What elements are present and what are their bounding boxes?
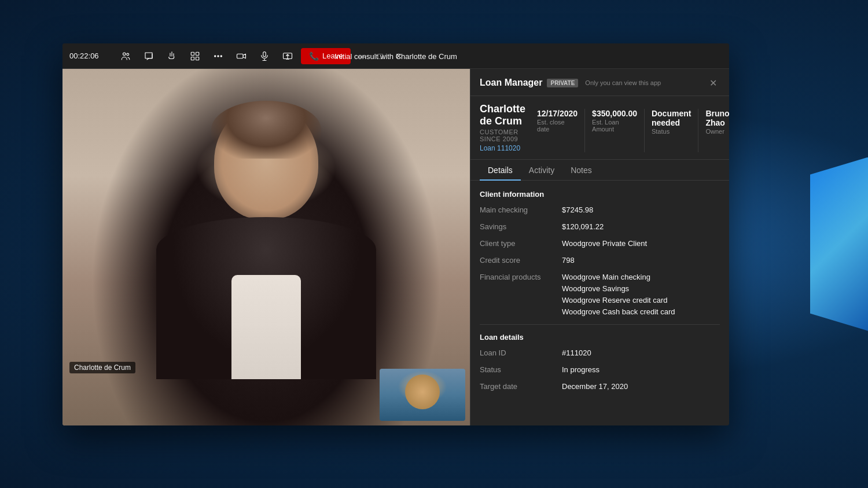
loan-id-row: Loan ID #111020 <box>480 348 720 357</box>
svg-rect-2 <box>191 52 194 55</box>
meta-loan-amount: $350,000.00 Est. Loan Amount <box>592 109 645 152</box>
more-icon <box>213 51 223 61</box>
owner-value: Bruno Zhao <box>705 109 729 127</box>
chat-button[interactable] <box>139 46 159 66</box>
target-date-row: Target date December 17, 2020 <box>480 382 720 391</box>
people-button[interactable] <box>116 46 135 66</box>
svg-rect-10 <box>263 52 266 56</box>
camera-icon <box>236 51 247 61</box>
svg-point-1 <box>127 53 129 56</box>
svg-point-7 <box>218 55 219 56</box>
panel-subtitle: Only you can view this app <box>585 79 661 86</box>
leave-label: Leave <box>322 52 343 60</box>
panel-tabs: Details Activity Notes <box>470 160 729 181</box>
loan-manager-panel: Loan Manager PRIVATE Only you can view t… <box>470 69 729 425</box>
private-badge: PRIVATE <box>547 79 578 87</box>
camera-button[interactable] <box>231 46 251 66</box>
client-info-section-title: Client information <box>480 190 720 199</box>
maximize-button[interactable]: □ <box>373 49 388 64</box>
desktop-accent-shape <box>810 157 868 331</box>
svg-point-0 <box>123 53 126 56</box>
svg-rect-5 <box>196 57 199 60</box>
financial-products-values: Woodgrove Main checking Woodgrove Saving… <box>562 273 675 316</box>
more-options-button[interactable] <box>208 46 228 66</box>
credit-score-value: 798 <box>562 256 575 265</box>
financial-product-1: Woodgrove Main checking <box>562 273 675 281</box>
window-close-button[interactable]: ✕ <box>391 49 406 64</box>
video-person-hair <box>211 101 321 159</box>
customer-info-bar: Charlotte de Crum CUSTOMER SINCE 2009 Lo… <box>470 96 729 160</box>
apps-button[interactable] <box>185 46 205 66</box>
people-icon <box>120 51 131 61</box>
client-type-row: Client type Woodgrove Private Client <box>480 239 720 248</box>
apps-icon <box>190 51 200 61</box>
financial-products-row: Financial products Woodgrove Main checki… <box>480 273 720 316</box>
title-bar: 00:22:06 <box>62 43 729 69</box>
pip-video-feed <box>380 369 465 421</box>
customer-meta: 12/17/2020 Est. close date $350,000.00 E… <box>537 109 729 152</box>
tab-notes[interactable]: Notes <box>562 160 600 181</box>
tab-activity[interactable]: Activity <box>521 160 562 181</box>
svg-point-8 <box>220 55 222 56</box>
target-date-label: Target date <box>480 382 555 391</box>
svg-rect-3 <box>196 52 199 55</box>
loan-amount-label: Est. Loan Amount <box>592 119 637 133</box>
content-area: Charlotte de Crum Loan Manager PRIVATE O… <box>62 69 729 425</box>
main-checking-label: Main checking <box>480 206 555 214</box>
loan-status-label: Status <box>480 365 555 374</box>
panel-close-button[interactable]: ✕ <box>706 76 720 90</box>
mic-button[interactable] <box>255 46 274 66</box>
financial-products-label: Financial products <box>480 273 555 316</box>
loan-id-link[interactable]: Loan 111020 <box>480 144 525 152</box>
close-date-value: 12/17/2020 <box>537 109 578 118</box>
customer-since: CUSTOMER SINCE 2009 <box>480 129 525 142</box>
teams-window: 00:22:06 <box>62 43 729 425</box>
meta-close-date: 12/17/2020 Est. close date <box>537 109 585 152</box>
pip-video <box>380 369 465 421</box>
client-type-label: Client type <box>480 239 555 248</box>
mic-icon <box>259 51 270 61</box>
close-date-label: Est. close date <box>537 119 578 133</box>
section-divider <box>480 324 720 325</box>
leave-button[interactable]: 📞 Leave <box>301 48 351 64</box>
call-timer: 00:22:06 <box>69 52 116 60</box>
loan-id-label: Loan ID <box>480 348 555 357</box>
credit-score-row: Credit score 798 <box>480 256 720 265</box>
meta-status: Document needed Status <box>652 109 698 152</box>
financial-product-2: Woodgrove Savings <box>562 284 675 293</box>
credit-score-label: Credit score <box>480 256 555 265</box>
panel-title: Loan Manager <box>480 78 542 88</box>
owner-label: Owner <box>705 128 729 135</box>
participant-name-tag: Charlotte de Crum <box>69 362 135 373</box>
status-label: Status <box>652 128 691 135</box>
chat-icon <box>144 51 154 61</box>
raise-hand-icon <box>167 51 177 61</box>
video-area: Charlotte de Crum <box>62 69 470 425</box>
savings-row: Savings $120,091.22 <box>480 222 720 231</box>
status-value: Document needed <box>652 109 691 127</box>
leave-phone-icon: 📞 <box>309 52 319 61</box>
svg-point-6 <box>215 55 216 56</box>
toolbar: 📞 Leave — □ ✕ <box>116 46 406 66</box>
meta-owner: Bruno Zhao Owner <box>705 109 729 152</box>
savings-label: Savings <box>480 222 555 231</box>
video-person-shirt <box>231 275 301 379</box>
pip-person-head <box>405 375 440 409</box>
main-checking-value: $7245.98 <box>562 206 593 214</box>
panel-header: Loan Manager PRIVATE Only you can view t… <box>470 69 729 96</box>
svg-rect-9 <box>237 54 244 58</box>
customer-identity: Charlotte de Crum CUSTOMER SINCE 2009 Lo… <box>480 103 525 152</box>
main-checking-row: Main checking $7245.98 <box>480 206 720 214</box>
savings-value: $120,091.22 <box>562 222 604 231</box>
panel-content: Client information Main checking $7245.9… <box>470 181 729 425</box>
tab-details[interactable]: Details <box>480 160 521 181</box>
share-screen-button[interactable] <box>278 46 297 66</box>
client-type-value: Woodgrove Private Client <box>562 239 647 248</box>
minimize-button[interactable]: — <box>354 49 369 64</box>
customer-name: Charlotte de Crum <box>480 103 525 127</box>
raise-hand-button[interactable] <box>162 46 182 66</box>
loan-details-section-title: Loan details <box>480 333 720 342</box>
financial-product-4: Woodgrove Cash back credit card <box>562 307 675 316</box>
loan-status-value: In progress <box>562 365 599 374</box>
loan-id-value: #111020 <box>562 348 591 357</box>
